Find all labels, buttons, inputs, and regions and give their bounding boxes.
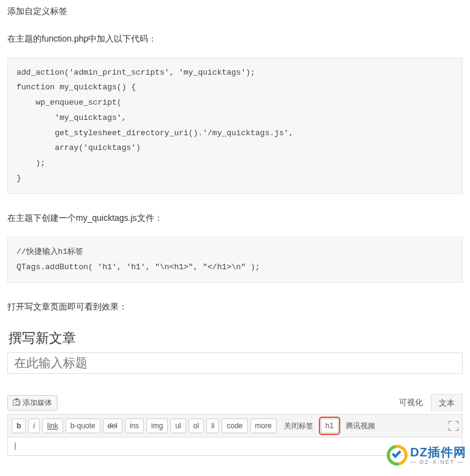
tab-visual[interactable]: 可视化 [391, 393, 431, 412]
paragraph-1: 在主题的function.php中加入以下代码： [7, 32, 463, 46]
qt-code-button[interactable]: code [222, 418, 247, 433]
fullscreen-icon[interactable] [449, 421, 458, 431]
qt-ins-button[interactable]: ins [125, 418, 144, 433]
qt-li-button[interactable]: li [206, 418, 219, 433]
qt-img-button[interactable]: img [146, 418, 168, 433]
paragraph-2: 在主题下创建一个my_quicktags.js文件： [7, 211, 463, 226]
editor-textarea[interactable]: | [7, 437, 463, 456]
code-block-js: //快捷输入h1标签 QTags.addButton( 'h1', 'h1', … [7, 237, 463, 283]
camera-icon [13, 400, 20, 406]
add-media-label: 添加媒体 [23, 398, 52, 408]
add-media-button[interactable]: 添加媒体 [7, 395, 58, 411]
qt-blockquote-button[interactable]: b-quote [65, 418, 100, 433]
editor-mode-tabs: 可视化 文本 [391, 393, 463, 412]
post-title-input[interactable] [7, 352, 463, 374]
quicktags-toolbar: b i link b-quote del ins img ul ol li co… [7, 414, 463, 437]
editor-page-title: 撰写新文章 [7, 325, 463, 352]
qt-bold-button[interactable]: b [12, 418, 26, 433]
code-block-php: add_action('admin_print_scripts', 'my_qu… [7, 58, 463, 195]
watermark-sub-text: — DZ-X.NET — [410, 459, 466, 465]
qt-tencent-video-button[interactable]: 腾讯视频 [341, 419, 380, 433]
qt-del-button[interactable]: del [103, 418, 122, 433]
qt-more-button[interactable]: more [250, 418, 277, 433]
qt-h1-button[interactable]: h1 [321, 418, 338, 433]
qt-italic-button[interactable]: i [28, 418, 40, 433]
qt-ol-button[interactable]: ol [188, 418, 204, 433]
qt-close-tags-button[interactable]: 关闭标签 [279, 419, 318, 433]
tab-text[interactable]: 文本 [431, 394, 463, 412]
wp-editor-screenshot: 撰写新文章 添加媒体 可视化 文本 b i link b-quote del i… [7, 325, 463, 456]
section-heading: 添加自定义标签 [7, 6, 463, 17]
paragraph-3: 打开写文章页面即可看到效果： [7, 300, 463, 314]
qt-ul-button[interactable]: ul [170, 418, 185, 433]
text-cursor: | [13, 441, 18, 450]
qt-link-button[interactable]: link [42, 418, 63, 433]
